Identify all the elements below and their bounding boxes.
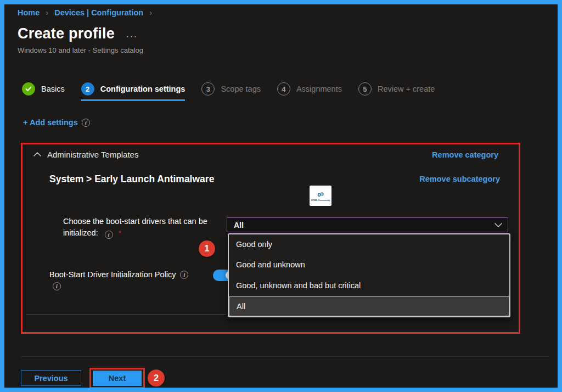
tab-review-create[interactable]: 5 Review + create	[358, 82, 435, 101]
info-icon[interactable]: i	[180, 271, 188, 279]
create-profile-window: Home › Devices | Configuration › Create …	[0, 0, 562, 392]
tab-configuration-settings[interactable]: 2 Configuration settings	[81, 82, 186, 101]
annotation-step-1-badge: 1	[199, 240, 215, 257]
step-number: 4	[277, 82, 290, 96]
select-value: All	[234, 221, 494, 229]
breadcrumb: Home › Devices | Configuration ›	[18, 8, 156, 17]
active-tab-underline	[81, 99, 186, 101]
boot-start-drivers-label: Choose the boot-start drivers that can b…	[63, 216, 234, 239]
option-good-only[interactable]: Good only	[229, 234, 509, 255]
add-settings-label: + Add settings	[23, 118, 78, 127]
tab-label: Review + create	[378, 85, 435, 93]
boot-start-drivers-option-list: Good only Good and unknown Good, unknown…	[228, 233, 510, 317]
previous-button[interactable]: Previous	[21, 370, 81, 386]
breadcrumb-home-link[interactable]: Home	[18, 8, 40, 17]
settings-divider	[26, 314, 226, 315]
boot-start-drivers-select[interactable]: All	[227, 217, 508, 232]
subcategory-title: System > Early Launch Antimalware	[49, 173, 214, 185]
footer-divider	[21, 356, 549, 357]
info-icon[interactable]: i	[105, 231, 113, 239]
page-title: Create profile	[18, 25, 115, 42]
check-icon	[22, 82, 35, 96]
htmd-community-logo: ∞ HTMD Community	[310, 186, 331, 206]
tab-scope-tags[interactable]: 3 Scope tags	[201, 82, 261, 101]
step-number: 2	[81, 82, 94, 96]
step-number: 5	[358, 82, 372, 96]
option-good-unknown-bad-critical[interactable]: Good, unknown and bad but critical	[229, 276, 509, 296]
chevron-down-icon	[494, 223, 502, 227]
chevron-up-icon[interactable]	[33, 152, 41, 156]
chevron-right-icon: ›	[149, 8, 152, 17]
wizard-steps: Basics 2 Configuration settings 3 Scope …	[22, 82, 435, 101]
tab-label: Configuration settings	[100, 85, 186, 93]
setting-label-text: Choose the boot-start drivers that can b…	[63, 217, 207, 237]
tab-label: Assignments	[296, 85, 342, 93]
option-all-selected[interactable]: All	[229, 296, 509, 316]
info-icon[interactable]: i	[82, 119, 90, 127]
info-icon[interactable]: i	[53, 282, 61, 290]
setting-label-text: Boot-Start Driver Initialization Policy	[49, 270, 176, 279]
required-asterisk: *	[119, 229, 121, 237]
logo-glyph-icon: ∞	[316, 189, 325, 199]
page-subtitle: Windows 10 and later - Settings catalog	[18, 46, 143, 54]
remove-subcategory-link[interactable]: Remove subcategory	[419, 175, 500, 183]
add-settings-link[interactable]: + Add settings i	[23, 118, 90, 127]
tab-basics[interactable]: Basics	[22, 82, 65, 101]
category-title: Administrative Templates	[47, 150, 138, 159]
init-policy-label: Boot-Start Driver Initialization Policy …	[49, 270, 214, 279]
remove-category-link[interactable]: Remove category	[432, 150, 498, 159]
tab-label: Basics	[41, 85, 65, 93]
breadcrumb-devices-configuration-link[interactable]: Devices | Configuration	[54, 8, 143, 17]
tab-assignments[interactable]: 4 Assignments	[277, 82, 342, 101]
next-button[interactable]: Next	[93, 371, 142, 386]
step-number: 3	[201, 82, 215, 96]
chevron-right-icon: ›	[46, 8, 48, 17]
more-options-ellipsis-icon[interactable]: ...	[126, 29, 138, 40]
tab-label: Scope tags	[221, 85, 261, 93]
annotation-step-2-badge: 2	[148, 369, 165, 387]
option-good-and-unknown[interactable]: Good and unknown	[229, 255, 509, 275]
